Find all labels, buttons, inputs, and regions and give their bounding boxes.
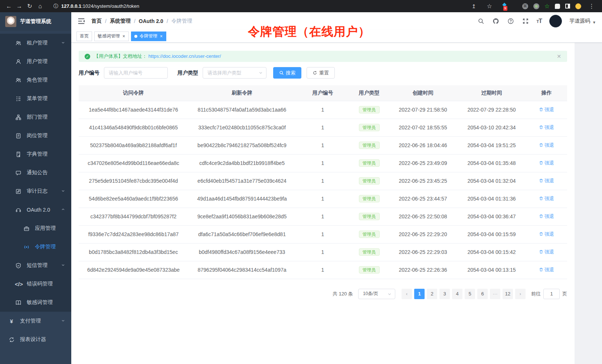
app-logo-row[interactable]: 芋道管理系统	[0, 12, 71, 31]
sidebar-item-notice[interactable]: 通知公告	[0, 163, 71, 182]
breadcrumb-item[interactable]: OAuth 2.0	[139, 18, 163, 24]
force-logout-link[interactable]: 强退	[539, 124, 554, 131]
user-id-cell: 1	[296, 261, 350, 279]
sidebar-item-oauth2[interactable]: OAuth 2.0	[0, 201, 71, 219]
access-token-cell: c342377bf8b344799dcbf7bf095287f2	[79, 208, 188, 225]
sidepanel-icon[interactable]	[565, 4, 570, 9]
user-id-input[interactable]	[104, 67, 168, 79]
reset-button[interactable]: 重置	[307, 67, 335, 79]
force-logout-link[interactable]: 强退	[539, 213, 554, 220]
sidebar-item-dept[interactable]: 部门管理	[0, 108, 71, 126]
sidebar-item-user[interactable]: 用户管理	[0, 52, 71, 71]
hamburger-icon[interactable]	[77, 17, 85, 25]
force-logout-link[interactable]: 强退	[539, 231, 554, 238]
user-type-select[interactable]	[203, 67, 266, 79]
breadcrumb-item[interactable]: 首页	[91, 18, 102, 24]
font-size-icon[interactable]: TT	[537, 18, 542, 24]
sidebar-item-role[interactable]: 角色管理	[0, 71, 71, 89]
github-icon[interactable]	[492, 17, 500, 25]
share-icon[interactable]: ↥	[469, 1, 479, 11]
alert-close-icon[interactable]: ✕	[557, 53, 561, 59]
profile-emoji-icon[interactable]	[575, 3, 581, 9]
user-type-badge: 管理员	[359, 124, 380, 131]
search-icon[interactable]	[477, 17, 485, 25]
sidebar-item-sensitive[interactable]: 敏感词管理	[0, 293, 71, 312]
page-size-select[interactable]	[358, 289, 395, 299]
extension-gem-icon[interactable]	[511, 3, 517, 9]
page-button-1[interactable]: 1	[414, 289, 425, 299]
user-type-label: 用户类型	[177, 70, 198, 76]
sidebar-item-report[interactable]: 报表设计器	[0, 330, 71, 349]
avatar[interactable]	[549, 15, 562, 27]
page-button-12[interactable]: 12	[503, 289, 513, 299]
tab-1[interactable]: 敏感词管理×	[94, 32, 129, 41]
user-id-cell: 1	[296, 154, 350, 172]
sidebar-item-dict[interactable]: 字典管理	[0, 145, 71, 163]
user-id-label: 用户编号	[79, 70, 99, 76]
doc-link[interactable]: https://doc.iocoder.cn/user-center/	[148, 53, 221, 59]
sidebar-item-oauth2-app[interactable]: 应用管理	[0, 219, 71, 238]
home-icon[interactable]: ⌂	[35, 1, 45, 11]
jump-page-input[interactable]	[543, 289, 560, 299]
user-id-cell: 1	[296, 101, 350, 119]
page-button-5[interactable]: 5	[465, 289, 475, 299]
sidebar-item-menu[interactable]: 菜单管理	[0, 89, 71, 108]
refresh-token-cell: 8796295f04064c2983414cc54af1097a	[188, 261, 296, 279]
user-id-cell: 1	[296, 243, 350, 261]
tab-2[interactable]: 令牌管理×	[131, 32, 166, 41]
page-button-4[interactable]: 4	[452, 289, 462, 299]
sidebar-item-audit[interactable]: 审计日志	[0, 182, 71, 201]
sidebar-item-tenant[interactable]: 租户管理	[0, 34, 71, 52]
force-logout-link[interactable]: 强退	[539, 249, 554, 255]
force-logout-link[interactable]: 强退	[539, 178, 554, 184]
org-icon	[15, 114, 22, 120]
table-row: 6d842e2924594de9a09e45e087323abe 8796295…	[79, 261, 567, 279]
sidebar-item-oauth2-token[interactable]: 令牌管理	[0, 238, 71, 256]
search-button[interactable]: 搜索	[273, 67, 301, 79]
back-icon[interactable]: ←	[4, 1, 14, 11]
column-header: 刷新令牌	[188, 85, 296, 101]
extensions-puzzle-icon[interactable]	[555, 4, 560, 9]
force-logout-link[interactable]: 强退	[539, 106, 554, 113]
browser-menu-icon[interactable]: ⋮	[586, 1, 597, 11]
tab-close-icon[interactable]: ×	[122, 34, 125, 39]
users-icon	[15, 40, 22, 46]
sidebar-item-errcode[interactable]: </>错误码管理	[0, 275, 71, 293]
extension-star-icon[interactable]: ☆	[544, 3, 550, 9]
prev-page-button[interactable]: ‹	[402, 289, 412, 299]
user-menu[interactable]: 芋道源码 ▼	[569, 18, 596, 24]
force-logout-link[interactable]: 强退	[539, 142, 554, 149]
extension-grid-icon[interactable]: 9	[500, 3, 506, 9]
help-icon[interactable]	[507, 17, 514, 25]
extension-command-icon[interactable]: ⌘	[522, 3, 528, 9]
app-title: 芋道管理系统	[20, 18, 51, 25]
forward-icon[interactable]: →	[14, 1, 24, 11]
url-text: 127.0.0.1:1024/system/oauth2/token	[61, 3, 139, 9]
page-button-6[interactable]: 6	[477, 289, 488, 299]
url-bar[interactable]: ⓘ 127.0.0.1:1024/system/oauth2/token	[49, 1, 465, 11]
refresh-token-cell: e6cfd40eb1f54571a31e775e039c4624	[188, 172, 296, 190]
shield-icon	[15, 262, 22, 269]
next-page-button[interactable]: ›	[515, 289, 526, 299]
bookmark-star-icon[interactable]: ☆	[484, 1, 495, 11]
force-logout-link[interactable]: 强退	[539, 160, 554, 166]
sidebar-item-sms[interactable]: 短信管理	[0, 256, 71, 275]
extension-record-icon[interactable]	[533, 3, 539, 9]
page-button-3[interactable]: 3	[439, 289, 450, 299]
force-logout-link[interactable]: 强退	[539, 267, 554, 273]
breadcrumb-item[interactable]: 系统管理	[110, 18, 131, 24]
sidebar-item-post[interactable]: 岗位管理	[0, 126, 71, 145]
fullscreen-icon[interactable]	[522, 17, 529, 25]
refresh-token-cell: be90422b8c7946218275a508bf524fc9	[188, 136, 296, 154]
tab-0[interactable]: 首页	[76, 32, 92, 41]
access-token-cell: 41c41346a548490f9dc8b01c6bfe0865	[79, 119, 188, 136]
reload-icon[interactable]: ↻	[24, 1, 35, 11]
site-info-icon[interactable]: ⓘ	[53, 3, 58, 10]
force-logout-link[interactable]: 强退	[539, 195, 554, 202]
page-button-2[interactable]: 2	[427, 289, 437, 299]
tab-close-icon[interactable]: ×	[160, 34, 163, 39]
refresh-token-cell: 9ce8ef2aa9f14056b831ae9b608e28d5	[188, 208, 296, 225]
table-row: b0d1785bc3a8482f812db4a3f3bd15ec b0df498…	[79, 243, 567, 261]
sidebar-item-pay[interactable]: ¥支付管理	[0, 312, 71, 330]
refresh-token-cell: 811c530487574fa0af1a59d3abc1aa66	[188, 101, 296, 119]
